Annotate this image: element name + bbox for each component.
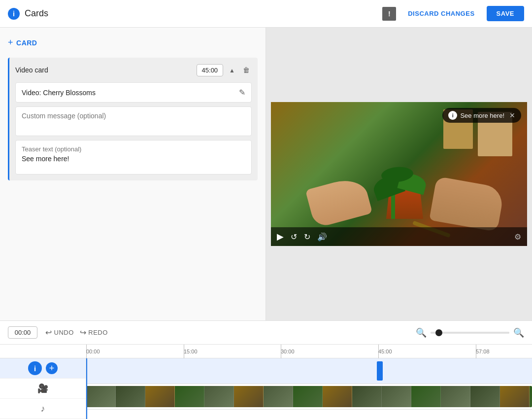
zoom-slider-thumb[interactable] [435, 329, 442, 336]
film-frame [530, 386, 532, 407]
add-card-track-button[interactable]: + [46, 362, 58, 374]
timeline-ruler: 00:00 15:00 30:00 45:00 57:08 [0, 345, 532, 358]
film-frame [352, 386, 382, 407]
film-frame [204, 386, 234, 407]
redo-arrow-icon: ↪ [80, 328, 87, 337]
ruler-mark-0: 00:00 [86, 349, 100, 354]
film-frame [500, 386, 530, 407]
ruler-mark-2: 30:00 [281, 349, 295, 354]
video-select-row[interactable]: Video: Cherry Blossoms ✎ [15, 82, 252, 103]
video-preview: i See more here! ✕ ▶ ↺ ↻ 🔊 ⚙ [271, 102, 527, 246]
timeline-left: 00:00 ↩ UNDO ↪ REDO [8, 326, 108, 339]
video-background [271, 102, 527, 246]
video-controls-left: ▶ ↺ ↻ 🔊 [277, 231, 327, 242]
video-camera-icon: 🎥 [37, 383, 48, 394]
discard-changes-button[interactable]: DISCARD CHANGES [402, 6, 480, 21]
right-panel: i See more here! ✕ ▶ ↺ ↻ 🔊 ⚙ [266, 28, 532, 320]
add-card-label: CARD [16, 39, 37, 47]
cards-track-label: i + [0, 358, 86, 379]
tracks-content [86, 358, 532, 419]
card-marker-45[interactable] [377, 361, 383, 381]
card-item-controls: 45:00 [197, 64, 252, 76]
plus-icon: + [8, 37, 13, 48]
ruler-mark-1: 15:00 [184, 349, 198, 354]
cards-track-info-icon: i [28, 361, 42, 375]
playhead-line [86, 358, 87, 419]
timeline-tracks: i + 🎥 ♪ [0, 358, 532, 419]
audio-track [86, 410, 532, 419]
overlay-info-icon: i [448, 111, 457, 120]
zoom-slider-track [431, 332, 509, 334]
overlay-close-icon[interactable]: ✕ [509, 111, 515, 119]
forward-icon[interactable]: ↻ [304, 232, 310, 242]
film-frame [175, 386, 204, 407]
custom-message-input[interactable] [15, 106, 252, 136]
card-overlay: i See more here! ✕ [442, 108, 521, 123]
film-frame [323, 386, 352, 407]
film-frame [382, 386, 411, 407]
film-frame [86, 386, 116, 407]
volume-icon[interactable]: 🔊 [317, 232, 327, 242]
undo-button[interactable]: ↩ UNDO [45, 328, 74, 337]
left-panel: + CARD Video card 45:00 [0, 28, 266, 320]
card-timestamp: 45:00 [197, 64, 224, 76]
app-header: i Cards ! DISCARD CHANGES SAVE [0, 0, 532, 28]
page-title: Cards [25, 8, 48, 19]
edit-video-button[interactable]: ✎ [239, 88, 245, 97]
film-frame [470, 386, 500, 407]
alert-icon: ! [382, 7, 396, 21]
trash-icon [243, 66, 250, 74]
undo-redo-group: ↩ UNDO ↪ REDO [45, 328, 108, 337]
video-controls-bar: ▶ ↺ ↻ 🔊 ⚙ [271, 227, 527, 246]
ruler-mark-4: 57:08 [476, 349, 490, 354]
card-item: Video card 45:00 Video: Cherry Blossoms … [8, 58, 258, 180]
timeline-area: 00:00 ↩ UNDO ↪ REDO 🔍 🔍 00:00 [0, 320, 532, 419]
video-select-label: Video: Cherry Blossoms [22, 89, 96, 97]
settings-icon[interactable]: ⚙ [514, 232, 521, 242]
header-info-icon: i [8, 8, 20, 20]
track-labels: i + 🎥 ♪ [0, 358, 86, 419]
film-frame [441, 386, 470, 407]
teaser-value: See more here! [22, 155, 245, 163]
timeline-right: 🔍 🔍 [416, 327, 524, 338]
undo-arrow-icon: ↩ [45, 328, 52, 337]
video-track [86, 384, 532, 410]
header-right: ! DISCARD CHANGES SAVE [382, 6, 524, 21]
add-card-button[interactable]: + CARD [8, 35, 37, 50]
ruler-mark-3: 45:00 [378, 349, 392, 354]
chevron-up-icon [229, 66, 235, 74]
video-track-label: 🎥 [0, 379, 86, 399]
zoom-out-icon[interactable]: 🔍 [416, 327, 427, 338]
film-frame [264, 386, 293, 407]
teaser-label: Teaser text (optional) [22, 145, 245, 153]
card-content: Video: Cherry Blossoms ✎ Teaser text (op… [9, 82, 258, 180]
film-frame [293, 386, 323, 407]
card-item-title: Video card [15, 66, 48, 74]
collapse-button[interactable] [227, 64, 237, 76]
card-item-header: Video card 45:00 [9, 58, 258, 82]
audio-track-label: ♪ [0, 399, 86, 419]
video-filmstrip [86, 386, 532, 407]
film-frame [145, 386, 175, 407]
time-display: 00:00 [8, 326, 37, 339]
timeline-toolbar: 00:00 ↩ UNDO ↪ REDO 🔍 🔍 [0, 321, 532, 345]
rewind-icon[interactable]: ↺ [291, 232, 297, 242]
delete-card-button[interactable] [241, 64, 252, 76]
header-left: i Cards [8, 8, 48, 20]
film-frame [411, 386, 441, 407]
overlay-text: See more here! [460, 112, 504, 119]
main-content: + CARD Video card 45:00 [0, 28, 532, 320]
teaser-text-area[interactable]: Teaser text (optional) See more here! [15, 140, 252, 175]
play-icon[interactable]: ▶ [277, 231, 284, 242]
film-frame [116, 386, 145, 407]
zoom-in-icon[interactable]: 🔍 [513, 327, 524, 338]
cards-track [86, 358, 532, 384]
music-note-icon: ♪ [41, 404, 45, 414]
redo-button[interactable]: ↪ REDO [80, 328, 108, 337]
save-button[interactable]: SAVE [487, 6, 524, 21]
film-frame [234, 386, 264, 407]
